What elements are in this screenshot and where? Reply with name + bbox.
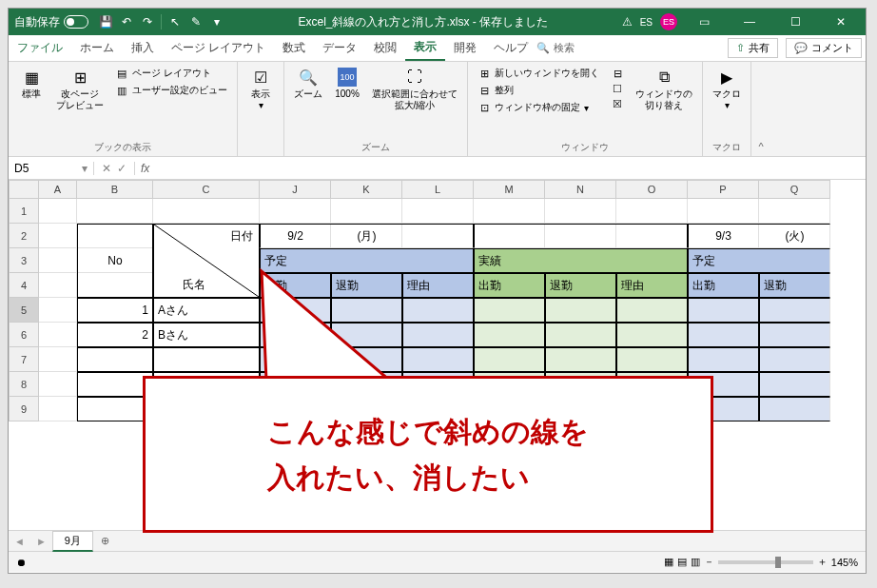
add-sheet-button[interactable]: ⊕ bbox=[93, 535, 117, 547]
normal-view-button[interactable]: ▦標準 bbox=[14, 66, 49, 102]
cell[interactable] bbox=[77, 347, 153, 372]
cell[interactable] bbox=[474, 323, 545, 347]
cell[interactable] bbox=[402, 298, 474, 323]
cell[interactable] bbox=[545, 347, 616, 372]
menu-view[interactable]: 表示 bbox=[405, 35, 445, 61]
save-icon[interactable]: 💾 bbox=[98, 14, 113, 29]
minimize-icon[interactable]: ― bbox=[731, 9, 769, 35]
menu-formulas[interactable]: 数式 bbox=[274, 35, 314, 61]
col-header[interactable]: P bbox=[688, 180, 759, 199]
cell[interactable]: 9/2 bbox=[260, 224, 331, 248]
menu-developer[interactable]: 開発 bbox=[445, 35, 485, 61]
ribbon-options-icon[interactable]: ▭ bbox=[685, 9, 723, 35]
menu-file[interactable]: ファイル bbox=[9, 35, 71, 61]
col-header[interactable]: N bbox=[545, 180, 616, 199]
cell[interactable] bbox=[616, 199, 688, 224]
col-header[interactable]: O bbox=[616, 180, 688, 199]
row-header[interactable]: 9 bbox=[9, 397, 39, 421]
cell[interactable]: 出勤 bbox=[260, 273, 331, 298]
cell[interactable] bbox=[616, 347, 688, 372]
cell[interactable] bbox=[260, 347, 331, 372]
cell[interactable]: 出勤 bbox=[474, 273, 545, 298]
row-header[interactable]: 7 bbox=[9, 347, 39, 372]
share-button[interactable]: ⇧共有 bbox=[728, 38, 778, 58]
cell[interactable] bbox=[474, 298, 545, 323]
cell[interactable] bbox=[759, 397, 830, 421]
zoom-slider[interactable] bbox=[718, 560, 813, 564]
zoom-selection-button[interactable]: ⛶選択範囲に合わせて 拡大/縮小 bbox=[368, 66, 461, 113]
cell[interactable] bbox=[759, 372, 830, 397]
new-window-button[interactable]: ⊞新しいウィンドウを開く bbox=[474, 66, 603, 81]
row-header[interactable]: 2 bbox=[9, 224, 39, 248]
col-header[interactable]: B bbox=[77, 180, 153, 199]
cell[interactable] bbox=[260, 323, 331, 347]
cell[interactable] bbox=[39, 199, 77, 224]
menu-home[interactable]: ホーム bbox=[71, 35, 123, 61]
name-box[interactable]: D5▾ bbox=[9, 162, 94, 175]
cell[interactable]: 退勤 bbox=[759, 273, 830, 298]
cell[interactable]: 9/3 bbox=[688, 224, 759, 248]
view-pagelayout-icon[interactable]: ▤ bbox=[677, 556, 687, 568]
cell[interactable] bbox=[260, 199, 331, 224]
cell[interactable] bbox=[688, 323, 759, 347]
col-header[interactable]: C bbox=[153, 180, 260, 199]
cell[interactable] bbox=[39, 273, 77, 298]
menu-review[interactable]: 校閲 bbox=[365, 35, 405, 61]
redo-icon[interactable]: ↷ bbox=[140, 14, 155, 29]
col-header[interactable]: A bbox=[39, 180, 77, 199]
cell[interactable] bbox=[545, 323, 616, 347]
split-button[interactable]: ⊟ bbox=[607, 66, 628, 81]
zoom-button[interactable]: 🔍ズーム bbox=[290, 66, 326, 102]
cell[interactable] bbox=[759, 298, 830, 323]
cell[interactable] bbox=[474, 199, 545, 224]
cell[interactable]: 退勤 bbox=[331, 273, 402, 298]
cell[interactable] bbox=[616, 298, 688, 323]
warning-icon[interactable]: ⚠ bbox=[622, 15, 633, 29]
cell[interactable]: Bさん bbox=[153, 323, 260, 347]
cell[interactable] bbox=[331, 199, 402, 224]
row-header[interactable]: 3 bbox=[9, 248, 39, 273]
undo-icon[interactable]: ↶ bbox=[119, 14, 134, 29]
close-icon[interactable]: ✕ bbox=[822, 9, 860, 35]
cell[interactable] bbox=[759, 347, 830, 372]
col-header[interactable]: K bbox=[331, 180, 402, 199]
cell[interactable]: 理由 bbox=[616, 273, 688, 298]
menu-data[interactable]: データ bbox=[314, 35, 365, 61]
cell[interactable] bbox=[153, 347, 260, 372]
menu-help[interactable]: ヘルプ bbox=[485, 35, 536, 61]
pagelayout-button[interactable]: ▤ページ レイアウト bbox=[111, 66, 231, 81]
row-header[interactable]: 8 bbox=[9, 372, 39, 397]
cell[interactable] bbox=[39, 397, 77, 421]
cell[interactable] bbox=[402, 323, 474, 347]
zoom-in-button[interactable]: ＋ bbox=[817, 555, 828, 569]
cell[interactable] bbox=[759, 199, 830, 224]
pagebreak-button[interactable]: ⊞改ページ プレビュー bbox=[52, 66, 107, 113]
cell[interactable]: 退勤 bbox=[545, 273, 616, 298]
maximize-icon[interactable]: ☐ bbox=[776, 9, 814, 35]
tab-nav-prev[interactable]: ◄ bbox=[9, 536, 30, 547]
col-header[interactable]: M bbox=[474, 180, 545, 199]
accept-formula-icon[interactable]: ✓ bbox=[117, 162, 127, 175]
row-header[interactable]: 6 bbox=[9, 323, 39, 347]
cell[interactable] bbox=[545, 298, 616, 323]
cell[interactable]: 実績 bbox=[474, 248, 688, 273]
cell[interactable] bbox=[402, 347, 474, 372]
cell[interactable] bbox=[260, 298, 331, 323]
select-all-button[interactable] bbox=[9, 180, 39, 199]
cell[interactable] bbox=[39, 372, 77, 397]
sheet-tab-active[interactable]: 9月 bbox=[52, 531, 93, 552]
cell[interactable] bbox=[616, 323, 688, 347]
cell[interactable] bbox=[474, 224, 688, 248]
freeze-button[interactable]: ⊡ウィンドウ枠の固定 ▾ bbox=[474, 100, 603, 115]
pen-icon[interactable]: ✎ bbox=[188, 14, 204, 29]
arrange-button[interactable]: ⊟整列 bbox=[474, 83, 603, 98]
hide-button[interactable]: ☐ bbox=[607, 81, 628, 96]
cell[interactable]: 2 bbox=[77, 323, 153, 347]
cell[interactable] bbox=[77, 199, 153, 224]
search-box[interactable]: 🔍検索 bbox=[536, 41, 575, 55]
cell[interactable]: 予定 bbox=[688, 248, 830, 273]
cell[interactable]: 出勤 bbox=[688, 273, 759, 298]
switch-window-button[interactable]: ⧉ウィンドウの 切り替え bbox=[632, 66, 696, 113]
dropdown-icon[interactable]: ▾ bbox=[209, 14, 224, 29]
cell[interactable]: Aさん bbox=[153, 298, 260, 323]
